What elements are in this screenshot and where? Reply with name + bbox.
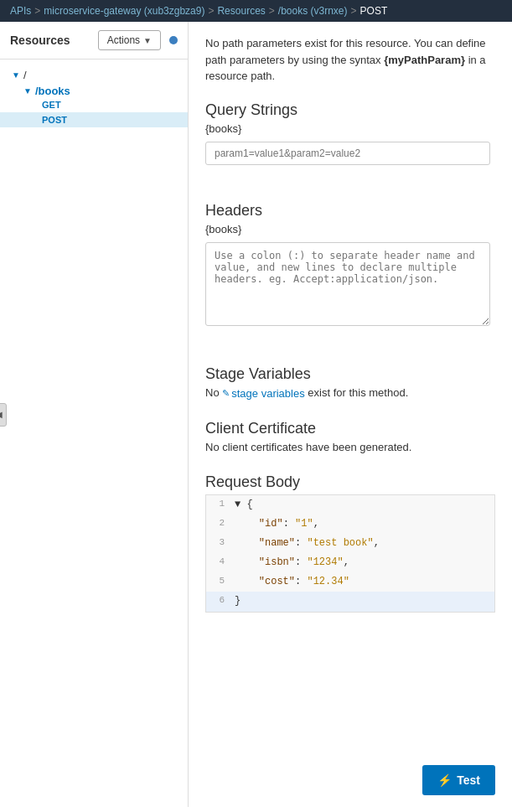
test-label: Test bbox=[457, 773, 480, 787]
line-content-6: } bbox=[230, 592, 246, 611]
breadcrumb-gateway[interactable]: microservice-gateway (xub3zgbza9) bbox=[44, 5, 204, 17]
headers-section: Headers {books} bbox=[205, 202, 495, 345]
sep-4: > bbox=[351, 5, 357, 17]
line-num-5: 5 bbox=[206, 572, 230, 591]
tree-books-item[interactable]: ▼ /books bbox=[0, 85, 188, 97]
code-line-4: 4 "isbn": "1234", bbox=[206, 553, 494, 572]
sep-2: > bbox=[208, 5, 214, 17]
code-line-3: 3 "name": "test book", bbox=[206, 534, 494, 553]
tree-root[interactable]: ▼ / bbox=[0, 69, 188, 81]
query-strings-input[interactable] bbox=[205, 142, 490, 165]
actions-caret-icon: ▼ bbox=[143, 36, 152, 45]
line-content-1: ▼ { bbox=[230, 495, 258, 515]
bolt-icon: ⚡ bbox=[437, 773, 452, 787]
client-cert-title: Client Certificate bbox=[205, 420, 495, 437]
line-content-5: "cost": "12.34" bbox=[230, 572, 354, 592]
actions-label: Actions bbox=[107, 34, 140, 46]
main-layout: Resources Actions ▼ ◀ ▼ / ▼ bbox=[0, 22, 512, 807]
line-content-2: "id": "1", bbox=[230, 515, 324, 534]
resource-tree: ▼ / ▼ /books GET POST bbox=[0, 59, 188, 137]
root-label: / bbox=[23, 69, 27, 81]
request-body-title: Request Body bbox=[205, 473, 495, 491]
tree-root-item: ▼ / ▼ /books GET POST bbox=[0, 66, 188, 130]
books-label: /books bbox=[35, 85, 70, 97]
stage-variables-link[interactable]: stage variables bbox=[222, 387, 304, 400]
headers-title: Headers bbox=[205, 202, 495, 220]
line-num-3: 3 bbox=[206, 534, 230, 552]
breadcrumb-apis[interactable]: APIs bbox=[10, 5, 31, 17]
query-strings-section: Query Strings {books} bbox=[205, 101, 495, 182]
request-body-section: Request Body 1 ▼ { 2 "id": "1", 3 "name"… bbox=[205, 473, 495, 613]
line-num-6: 6 bbox=[206, 592, 230, 610]
client-cert-text: No client certificates have been generat… bbox=[205, 441, 495, 453]
request-body-code[interactable]: 1 ▼ { 2 "id": "1", 3 "name": "test book"… bbox=[205, 494, 495, 613]
query-strings-subtitle: {books} bbox=[205, 122, 495, 135]
test-button-container: ⚡ Test bbox=[422, 765, 495, 795]
line-num-4: 4 bbox=[206, 553, 230, 572]
tree-method-post[interactable]: POST bbox=[0, 112, 188, 127]
code-line-6: 6 } bbox=[206, 592, 494, 611]
line-num-1: 1 bbox=[206, 495, 230, 514]
headers-textarea[interactable] bbox=[205, 242, 490, 326]
sidebar-collapse-button[interactable]: ◀ bbox=[0, 403, 7, 427]
breadcrumb-post: POST bbox=[360, 5, 388, 17]
code-line-1: 1 ▼ { bbox=[206, 495, 494, 515]
sep-3: > bbox=[269, 5, 275, 17]
headers-subtitle: {books} bbox=[205, 223, 495, 235]
stage-text-before: No bbox=[205, 386, 222, 399]
sidebar-title: Resources bbox=[10, 34, 70, 47]
actions-button[interactable]: Actions ▼ bbox=[98, 30, 161, 50]
stage-variables-text: No stage variables exist for this method… bbox=[205, 386, 495, 400]
code-line-2: 2 "id": "1", bbox=[206, 515, 494, 534]
breadcrumb-resources[interactable]: Resources bbox=[217, 5, 265, 17]
code-line-5: 5 "cost": "12.34" bbox=[206, 572, 494, 592]
sidebar-header: Resources Actions ▼ bbox=[0, 22, 188, 59]
path-params-info: No path parameters exist for this resour… bbox=[205, 35, 495, 85]
books-caret-icon: ▼ bbox=[23, 86, 32, 96]
breadcrumb-books[interactable]: /books (v3rnxe) bbox=[278, 5, 348, 17]
test-button[interactable]: ⚡ Test bbox=[422, 765, 495, 795]
root-caret-icon: ▼ bbox=[12, 70, 20, 80]
sidebar: Resources Actions ▼ ◀ ▼ / ▼ bbox=[0, 22, 189, 807]
tree-method-get[interactable]: GET bbox=[0, 97, 188, 112]
stage-text-after: exist for this method. bbox=[305, 386, 409, 399]
stage-variables-section: Stage Variables No stage variables exist… bbox=[205, 365, 495, 400]
client-cert-section: Client Certificate No client certificate… bbox=[205, 420, 495, 453]
content-area: No path parameters exist for this resour… bbox=[189, 22, 512, 807]
stage-variables-title: Stage Variables bbox=[205, 365, 495, 383]
line-num-2: 2 bbox=[206, 515, 230, 533]
sep-1: > bbox=[34, 5, 40, 17]
line-content-4: "isbn": "1234", bbox=[230, 553, 354, 572]
blue-dot bbox=[169, 36, 178, 44]
info-param: {myPathParam} bbox=[384, 54, 465, 66]
line-content-3: "name": "test book", bbox=[230, 534, 385, 553]
query-strings-title: Query Strings bbox=[205, 101, 495, 119]
breadcrumb: APIs > microservice-gateway (xub3zgbza9)… bbox=[0, 0, 512, 22]
